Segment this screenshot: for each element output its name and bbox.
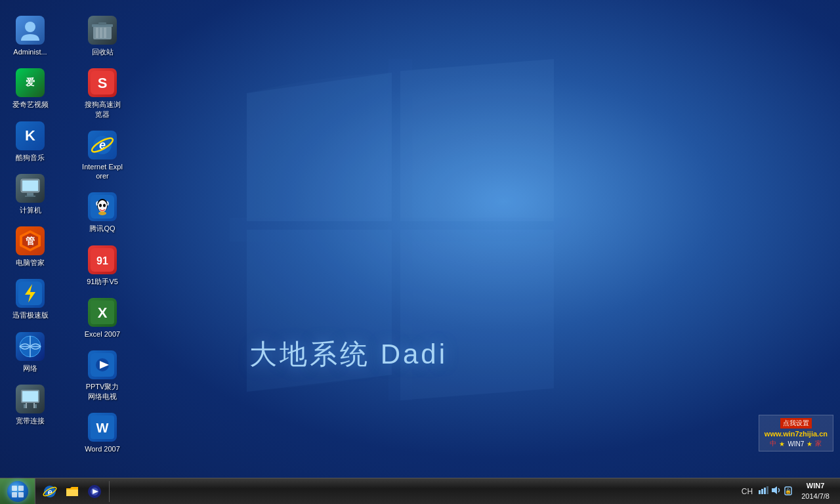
iqiyi-icon: 爱	[16, 68, 45, 97]
recycle-icon	[88, 16, 117, 45]
tray-network-icon	[758, 485, 768, 497]
icon-recycle[interactable]: 回收站	[79, 13, 126, 59]
broadband-icon	[16, 385, 45, 413]
pptv-label: PPTV聚力 网络电视	[81, 382, 123, 401]
svg-rect-50	[18, 492, 24, 497]
svg-point-37	[98, 211, 106, 215]
kugou-icon: K	[16, 121, 45, 150]
iqiyi-label: 爱奇艺视频	[12, 100, 49, 109]
tray-language: CH	[742, 487, 753, 496]
kugou-label: 酷狗音乐	[16, 153, 45, 162]
svg-rect-23	[100, 28, 102, 38]
taskbar-media-button[interactable]	[84, 481, 105, 502]
svg-rect-49	[12, 492, 17, 497]
desktop-icons-area: Administ... 爱 爱奇艺视频 K 酷狗音乐 计算	[0, 7, 151, 466]
icon-thunder[interactable]: 迅雷极速版	[7, 276, 54, 322]
watermark-url: www.win7zhijia.cn	[765, 430, 828, 438]
network-label: 网络	[23, 364, 37, 373]
pcmanager-icon: 管	[16, 226, 45, 255]
watermark-bottom: 中 ★ WIN7 ★ 家	[770, 439, 822, 448]
sogou-label: 搜狗高速浏览器	[81, 100, 123, 119]
excel-icon: X	[88, 298, 117, 327]
taskbar-folder-button[interactable]	[62, 481, 83, 502]
svg-rect-26	[98, 22, 106, 25]
svg-rect-5	[27, 193, 33, 196]
svg-rect-58	[759, 490, 761, 494]
tray-datetime[interactable]: WIN7 2014/7/8	[796, 481, 835, 501]
svg-rect-48	[18, 486, 24, 491]
svg-point-2	[25, 22, 35, 32]
thunder-icon	[16, 279, 45, 308]
svg-rect-47	[12, 486, 17, 491]
taskbar-ie-button[interactable]: e	[39, 481, 60, 502]
svg-rect-6	[25, 196, 35, 197]
qq-label: 腾讯QQ	[89, 224, 115, 233]
icon-91[interactable]: 91 91助手V5	[79, 243, 126, 289]
word-icon: W	[88, 413, 117, 442]
ie-icon: e	[88, 131, 117, 159]
tray-time: WIN7	[807, 481, 825, 491]
administrator-icon	[16, 16, 45, 45]
91-label: 91助手V5	[87, 277, 118, 286]
svg-rect-4	[22, 180, 38, 191]
icon-pptv[interactable]: PPTV聚力 网络电视	[79, 348, 126, 404]
svg-rect-24	[104, 28, 106, 38]
brand-text: 大地系统 Dadi	[249, 336, 448, 373]
svg-rect-59	[761, 489, 763, 494]
svg-rect-22	[96, 28, 98, 38]
ie-label: Internet Explorer	[81, 162, 123, 181]
icon-ie[interactable]: e Internet Explorer	[79, 128, 126, 184]
svg-marker-62	[772, 486, 777, 494]
thunder-label: 迅雷极速版	[12, 310, 49, 320]
tray-volume-icon	[770, 485, 781, 497]
system-tray: CH	[736, 481, 840, 501]
svg-rect-60	[764, 488, 766, 494]
icon-computer[interactable]: 计算机	[7, 171, 54, 217]
icon-network[interactable]: 网络	[7, 329, 54, 375]
91-icon: 91	[88, 245, 117, 274]
icon-kugou[interactable]: K 酷狗音乐	[7, 119, 54, 165]
svg-point-36	[103, 204, 106, 207]
broadband-label: 宽带连接	[16, 416, 45, 425]
start-orb	[7, 481, 28, 502]
icon-broadband[interactable]: 宽带连接	[7, 382, 54, 428]
pptv-icon	[88, 350, 117, 379]
excel-label: Excel 2007	[85, 329, 120, 339]
icon-word[interactable]: W Word 2007	[79, 410, 126, 456]
icon-pcmanager[interactable]: 管 电脑管家	[7, 224, 54, 270]
svg-text:X: X	[98, 304, 108, 321]
icon-qq[interactable]: 腾讯QQ	[79, 190, 126, 236]
network-icon	[16, 332, 45, 361]
tray-security-icon: 🔒	[783, 485, 793, 497]
svg-rect-61	[766, 486, 768, 494]
desktop: 大地系统 Dadi Administ... 爱 爱奇艺视频 K 酷狗音乐	[0, 0, 840, 504]
tray-date: 2014/7/8	[801, 492, 830, 501]
start-button[interactable]	[0, 478, 35, 505]
watermark-top-label: 点我设置	[780, 418, 812, 429]
svg-text:管: 管	[26, 236, 35, 246]
icon-excel[interactable]: X Excel 2007	[79, 295, 126, 341]
svg-text:S: S	[98, 75, 108, 91]
tray-icons: 🔒	[758, 485, 793, 497]
svg-text:91: 91	[96, 255, 108, 266]
svg-rect-16	[22, 391, 38, 402]
administrator-label: Administ...	[13, 47, 47, 56]
svg-text:W: W	[96, 421, 109, 435]
icon-sogou[interactable]: S 搜狗高速浏览器	[79, 66, 126, 121]
word-label: Word 2007	[85, 444, 120, 453]
svg-text:🔒: 🔒	[785, 488, 791, 494]
qq-icon	[88, 192, 117, 221]
watermark-box[interactable]: 点我设置 www.win7zhijia.cn 中 ★ WIN7 ★ 家	[759, 415, 833, 452]
sogou-icon: S	[88, 68, 117, 97]
taskbar-quick-launch: e	[35, 481, 110, 502]
computer-label: 计算机	[20, 205, 41, 215]
computer-icon	[16, 174, 45, 203]
icon-iqiyi[interactable]: 爱 爱奇艺视频	[7, 66, 54, 112]
svg-point-35	[99, 204, 102, 207]
recycle-label: 回收站	[92, 47, 114, 56]
taskbar: e CH	[0, 478, 840, 504]
icon-administrator[interactable]: Administ...	[7, 13, 54, 59]
pcmanager-label: 电脑管家	[16, 258, 45, 267]
